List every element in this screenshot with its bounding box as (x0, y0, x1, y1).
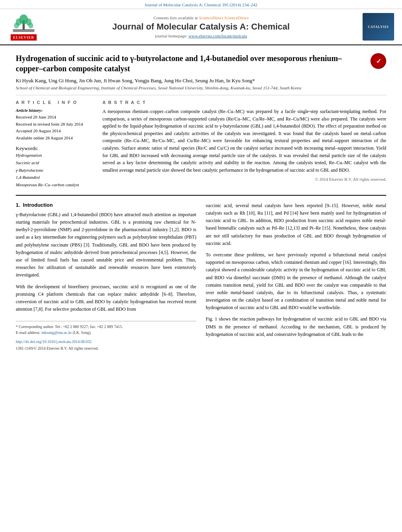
elsevier-tree-icon (12, 13, 35, 33)
catalysis-logo: CATALYSIS (363, 13, 394, 41)
corresponding-author: * Corresponding author. Tel.: +82 2 880 … (16, 324, 196, 330)
doi-line: http://dx.doi.org/10.1016/j.molcata.2014… (16, 339, 196, 345)
catalysis-label: CATALYSIS (368, 25, 389, 29)
copyright-line: © 2014 Elsevier B.V. All rights reserved… (102, 177, 386, 182)
keywords-block: Keywords: Hydrogenation Succinic acid γ-… (16, 145, 95, 188)
keyword-2: Succinic acid (16, 159, 95, 167)
section1-right-para-1: succinic acid, several metal catalysts h… (206, 202, 386, 247)
homepage-url[interactable]: www.elsevier.com/locate/molcata (188, 33, 247, 38)
doi-url: http://dx.doi.org/10.1016/j.molcata.2014… (16, 339, 91, 344)
sciencedirect-link[interactable]: ScienceDirect (199, 15, 223, 20)
history-label: Article history: (16, 108, 95, 113)
section1-title: 1. Introduction (16, 202, 196, 208)
keyword-3: γ-Butyrolactone (16, 167, 95, 174)
footnote-section: * Corresponding author. Tel.: +82 2 880 … (16, 321, 196, 351)
body-left-column: 1. Introduction γ-Butyrolactone (GBL) an… (16, 202, 196, 351)
journal-header: ELSEVIER Contents lists available at Sci… (0, 9, 402, 45)
keywords-label: Keywords: (16, 145, 95, 152)
abstract-column: A B S T R A C T A mesoporous rhenium–cop… (102, 100, 386, 189)
journal-title-center: Contents lists available at ScienceDirec… (39, 15, 363, 38)
svg-point-5 (14, 23, 19, 29)
sciencedirect-text: ScienceDirect (224, 15, 249, 20)
authors: Ki Hyuk Kang, Ung Gi Hong, Jin Oh Jun, J… (16, 78, 386, 84)
section1-right-para-2: To overcome these problems, we have prev… (206, 251, 386, 312)
section1-right-para-3: Fig. 1 shows the reaction pathways for h… (206, 315, 386, 338)
abstract-text: A mesoporous rhenium–copper–carbon compo… (102, 108, 386, 174)
journal-main-title: Journal of Molecular Catalysis A: Chemic… (39, 22, 363, 32)
main-divider (16, 195, 386, 196)
available-date: Available online 28 August 2014 (16, 135, 95, 142)
email-line: E-mail address: inksung@snu.ac.kr (I.K. … (16, 330, 196, 336)
crossmark-badge: ✓ (370, 53, 386, 69)
keyword-4: 1,4-Butandiol (16, 174, 95, 181)
received-revised-date: Received in revised form 28 July 2014 (16, 121, 95, 128)
received-date: Received 20 June 2014 (16, 114, 95, 121)
elsevier-brand: ELSEVIER (11, 34, 37, 41)
email-address: inksung@snu.ac.kr (41, 330, 72, 335)
contents-label: Contents lists available at (153, 15, 198, 20)
article-history-block: Article history: Received 20 June 2014 R… (16, 108, 95, 141)
elsevier-logo: ELSEVIER (8, 13, 39, 41)
section1-para-1: γ-Butyrolactone (GBL) and 1,4-butanediol… (16, 211, 196, 279)
keyword-5: Mesoporous Re–Cu–carbon catalyst (16, 181, 95, 189)
email-label: E-mail address: (16, 330, 40, 335)
homepage-label: journal homepage: (155, 33, 187, 38)
header-divider (16, 95, 386, 95)
article-title-section: Hydrogenation of succinic acid to γ-buty… (16, 53, 386, 74)
keyword-1: Hydrogenation (16, 152, 95, 159)
email-person: (I.K. Song). (73, 330, 91, 335)
body-right-column: succinic acid, several metal catalysts h… (206, 202, 386, 351)
section1-para-2: With the development of biorefinery proc… (16, 283, 196, 313)
journal-citation: Journal of Molecular Catalysis A: Chemic… (145, 2, 257, 7)
article-info-section-heading: A R T I C L E I N F O (16, 100, 95, 105)
issn-line: 1381-1169/© 2014 Elsevier B.V. All right… (16, 345, 196, 351)
abstract-heading: A B S T R A C T (102, 100, 386, 105)
top-banner: Journal of Molecular Catalysis A: Chemic… (0, 0, 402, 9)
affiliation: School of Chemical and Biological Engine… (16, 85, 386, 90)
article-info-column: A R T I C L E I N F O Article history: R… (16, 100, 95, 189)
accepted-date: Accepted 20 August 2014 (16, 128, 95, 135)
svg-point-6 (28, 23, 34, 29)
article-title: Hydrogenation of succinic acid to γ-buty… (16, 53, 370, 74)
